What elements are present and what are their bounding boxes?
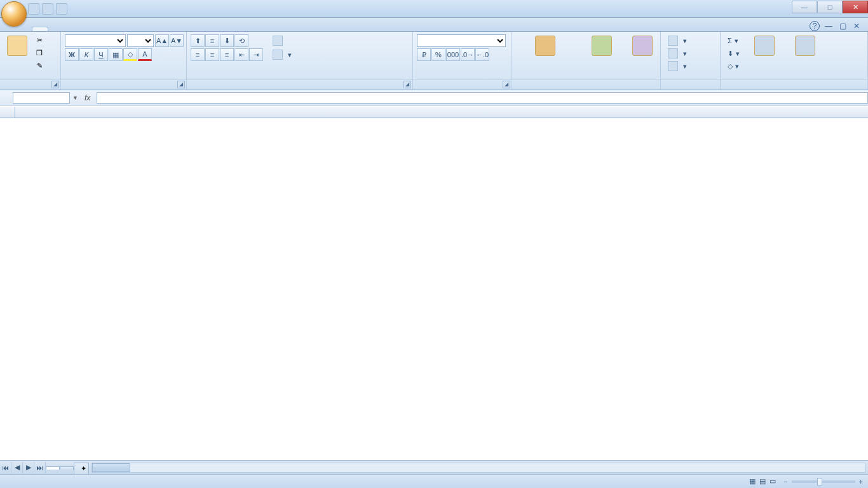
format-cells-icon [668, 61, 678, 71]
wrap-text-icon [273, 36, 283, 46]
font-color-button[interactable]: A [138, 48, 152, 61]
decrease-font-icon[interactable]: A▼ [170, 34, 184, 47]
align-bottom-icon[interactable]: ⬇ [220, 34, 234, 47]
border-button[interactable]: ▦ [109, 48, 123, 61]
name-box[interactable] [13, 92, 70, 104]
sheet-nav-next-icon[interactable]: ▶ [23, 462, 34, 473]
tab-review[interactable] [109, 27, 125, 31]
tab-view[interactable] [125, 27, 140, 31]
window-restore-icon[interactable]: ▢ [837, 21, 848, 31]
percent-icon[interactable]: % [431, 48, 445, 61]
horizontal-scrollbar[interactable] [92, 463, 865, 473]
comma-icon[interactable]: 000 [446, 48, 460, 61]
align-middle-icon[interactable]: ≡ [205, 34, 219, 47]
formula-input[interactable] [97, 92, 868, 104]
column-headers [0, 107, 868, 118]
fill-color-button[interactable]: ◇ [123, 48, 137, 61]
formula-bar: ▼ fx [0, 90, 868, 105]
worksheet [0, 107, 868, 460]
view-pagebreak-icon[interactable]: ▭ [770, 477, 776, 485]
sort-filter-icon [754, 36, 775, 56]
align-left-icon[interactable]: ≡ [191, 48, 205, 61]
align-right-icon[interactable]: ≡ [220, 48, 234, 61]
copy-icon[interactable]: ❐ [33, 47, 46, 58]
insert-cells-button[interactable]: ▾ [665, 34, 690, 47]
eraser-icon: ◇ [728, 62, 733, 71]
align-top-icon[interactable]: ⬆ [191, 34, 205, 47]
indent-increase-icon[interactable]: ⇥ [249, 48, 263, 61]
zoom-out-button[interactable]: − [783, 478, 787, 485]
delete-cells-icon [668, 48, 678, 58]
merge-icon [273, 50, 283, 60]
clear-button[interactable]: ◇ ▾ [724, 60, 743, 72]
qat-undo-icon[interactable] [42, 3, 53, 15]
align-center-icon[interactable]: ≡ [205, 48, 219, 61]
scrollbar-thumb[interactable] [92, 463, 130, 472]
sheet-tab-new[interactable]: ✦ [74, 463, 89, 474]
zoom-slider[interactable] [792, 480, 855, 483]
tab-home[interactable] [32, 27, 48, 31]
delete-cells-button[interactable]: ▾ [665, 47, 690, 60]
sheet-nav-last-icon[interactable]: ⏭ [34, 462, 46, 473]
minimize-button[interactable]: — [792, 1, 817, 13]
cut-icon[interactable]: ✂ [33, 34, 46, 46]
cell-styles-icon [632, 36, 653, 56]
orientation-icon[interactable]: ⟲ [234, 34, 248, 47]
tab-page-layout[interactable] [64, 27, 79, 31]
conditional-formatting-button[interactable] [516, 34, 574, 58]
paste-button[interactable] [4, 34, 31, 58]
window-close-icon[interactable]: ✕ [851, 21, 862, 31]
fx-icon[interactable]: fx [81, 93, 94, 102]
cell-styles-button[interactable] [629, 34, 656, 58]
find-icon [795, 36, 815, 56]
help-icon[interactable]: ? [810, 21, 820, 31]
grid-body[interactable] [0, 118, 868, 460]
sheet-nav-first-icon[interactable]: ⏮ [0, 462, 11, 473]
tab-data[interactable] [94, 27, 109, 31]
view-normal-icon[interactable]: ▦ [749, 477, 756, 485]
format-cells-button[interactable]: ▾ [665, 60, 690, 72]
sort-filter-button[interactable] [745, 34, 783, 58]
number-format-select[interactable] [417, 34, 506, 47]
font-name-select[interactable] [65, 34, 126, 47]
alignment-dialog-icon[interactable]: ◢ [403, 81, 411, 88]
format-painter-icon[interactable]: ✎ [33, 60, 46, 71]
indent-decrease-icon[interactable]: ⇤ [234, 48, 248, 61]
font-size-select[interactable] [127, 34, 154, 47]
zoom-in-button[interactable]: + [859, 478, 863, 485]
close-button[interactable]: ✕ [843, 1, 868, 13]
decrease-decimal-icon[interactable]: ←.0 [475, 48, 489, 61]
format-as-table-button[interactable] [577, 34, 627, 58]
font-dialog-icon[interactable]: ◢ [177, 81, 185, 88]
office-button[interactable] [1, 1, 27, 27]
currency-icon[interactable]: ₽ [417, 48, 431, 61]
sheet-tab-1[interactable] [46, 466, 60, 470]
view-layout-icon[interactable]: ▤ [759, 477, 766, 485]
italic-button[interactable]: К [79, 48, 93, 61]
increase-font-icon[interactable]: A▲ [155, 34, 169, 47]
find-select-button[interactable] [786, 34, 824, 58]
sheet-tab-bar: ⏮ ◀ ▶ ⏭ ✦ [0, 460, 868, 474]
sheet-tab-2[interactable] [60, 466, 74, 470]
increase-decimal-icon[interactable]: .0→ [461, 48, 475, 61]
namebox-dropdown-icon[interactable]: ▼ [72, 95, 78, 101]
tab-formulas[interactable] [79, 27, 94, 31]
select-all-corner[interactable] [0, 107, 15, 118]
underline-button[interactable]: Ч [94, 48, 108, 61]
titlebar: — □ ✕ [0, 0, 868, 18]
tab-insert[interactable] [48, 27, 64, 31]
autosum-button[interactable]: Σ ▾ [724, 34, 743, 47]
sheet-nav-prev-icon[interactable]: ◀ [11, 462, 23, 473]
format-as-table-icon [592, 36, 612, 56]
maximize-button[interactable]: □ [817, 1, 843, 13]
fill-button[interactable]: ⬇ ▾ [724, 47, 743, 60]
wrap-text-button[interactable] [269, 34, 295, 47]
merge-center-button[interactable]: ▾ [269, 48, 295, 61]
qat-save-icon[interactable] [28, 3, 39, 15]
qat-redo-icon[interactable] [56, 3, 67, 15]
zoom-slider-handle[interactable] [817, 478, 822, 485]
bold-button[interactable]: Ж [65, 48, 79, 61]
number-dialog-icon[interactable]: ◢ [503, 81, 510, 88]
ribbon-minimize-icon[interactable]: — [824, 21, 834, 31]
clipboard-dialog-icon[interactable]: ◢ [51, 81, 59, 88]
